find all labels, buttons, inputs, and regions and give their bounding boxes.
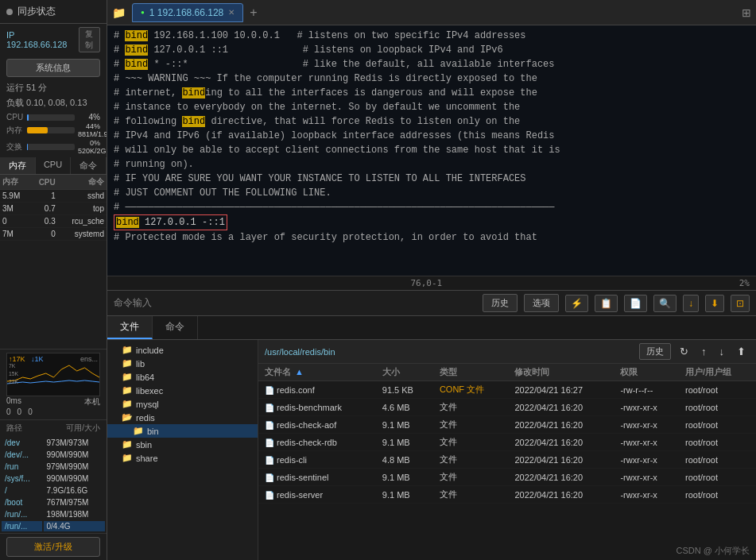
process-table: 内存 CPU 命令 5.9M1sshd3M0.7top00.3rcu_sche7… xyxy=(0,175,107,349)
terminal-line: # ~~~ WARNING ~~~ If the computer runnin… xyxy=(114,71,750,86)
file-type: 文件 xyxy=(433,451,509,469)
tab-cpu[interactable]: CPU xyxy=(36,157,72,174)
col-owner[interactable]: 用户/用户组 xyxy=(679,364,756,381)
disk-size: 7.9G/16.6G xyxy=(44,485,105,496)
file-modified: 2022/04/21 16:20 xyxy=(508,434,614,451)
fm-tree-item[interactable]: 📁sbin xyxy=(107,438,258,451)
fm-tree-item[interactable]: 📁libexec xyxy=(107,384,258,397)
fm-tree-item[interactable]: 📁lib64 xyxy=(107,370,258,384)
fm-more-icon[interactable]: ⬆ xyxy=(733,344,750,359)
col-perms[interactable]: 权限 xyxy=(614,364,679,381)
file-owner: root/root xyxy=(679,416,756,434)
tree-item-name: bin xyxy=(147,427,159,436)
history-button[interactable]: 历史 xyxy=(483,294,518,312)
grid-view-icon[interactable]: ⊞ xyxy=(742,6,751,19)
terminal-status-bar: 76,0-1 2% xyxy=(107,276,756,290)
fm-body: 📁include📁lib📁lib64📁libexec📁mysql📂redis📁b… xyxy=(107,340,756,560)
file-icon[interactable]: 📄 xyxy=(624,295,647,312)
fm-tree-item[interactable]: 📁mysql xyxy=(107,397,258,411)
add-tab-button[interactable]: + xyxy=(250,6,257,20)
upgrade-button[interactable]: 激活/升级 xyxy=(6,537,100,557)
resource-bars: CPU 4% 内存 44% 881M/1.9G 交换 0% 520K/2G xyxy=(0,110,107,157)
terminal-tab[interactable]: ● 1 192.168.66.128 ✕ xyxy=(132,3,243,22)
terminal-line: # JUST COMMENT OUT THE FOLLOWING LINE. xyxy=(114,186,750,200)
folder-icon: 📁 xyxy=(122,372,133,382)
file-row[interactable]: 📄 redis.conf 91.5 KB CONF 文件 2022/04/21 … xyxy=(258,381,756,399)
col-filename[interactable]: 文件名 ▲ xyxy=(258,364,376,381)
file-size: 4.6 MB xyxy=(376,399,433,416)
sidebar: 同步状态 IP 192.168.66.128 复制 系统信息 运行 51 分 负… xyxy=(0,0,107,560)
disk-path: /run/... xyxy=(2,509,42,519)
disk-size: 973M/973M xyxy=(44,438,105,448)
file-modified: 2022/04/21 16:27 xyxy=(508,381,614,399)
expand-icon[interactable]: ⊡ xyxy=(731,295,750,312)
fm-tree-item[interactable]: 📁share xyxy=(107,451,258,465)
fm-download-icon[interactable]: ↓ xyxy=(715,344,729,359)
fm-history-button[interactable]: 历史 xyxy=(639,343,671,360)
sysinfo-button[interactable]: 系统信息 xyxy=(6,59,100,77)
terminal-line: # bind 127.0.0.1 ::1 # listens on loopba… xyxy=(114,43,750,57)
disk-section: 路径 可用/大小 /dev973M/973M/dev/...990M/990M/… xyxy=(0,419,107,533)
file-name: 📄 redis-benchmark xyxy=(258,399,376,416)
terminal-line: # ──────────────────────────────────────… xyxy=(114,200,750,214)
proc-mem: 5.9M xyxy=(0,190,29,203)
file-modified: 2022/04/21 16:20 xyxy=(508,469,614,486)
terminal-input[interactable] xyxy=(158,298,476,309)
proc-cpu: 0.3 xyxy=(29,215,58,228)
disk-path: /run xyxy=(2,462,42,472)
copy-ip-button[interactable]: 复制 xyxy=(79,27,100,52)
down-icon[interactable]: ↓ xyxy=(683,295,699,312)
tab-close-icon[interactable]: ✕ xyxy=(228,8,235,17)
file-row[interactable]: 📄 redis-check-rdb 9.1 MB 文件 2022/04/21 1… xyxy=(258,434,756,451)
disk-size: 990M/990M xyxy=(44,473,105,484)
disk-row: /dev973M/973M xyxy=(2,438,105,448)
file-row[interactable]: 📄 redis-sentinel 9.1 MB 文件 2022/04/21 16… xyxy=(258,469,756,486)
tab-cmd[interactable]: 命令 xyxy=(71,157,107,174)
file-row[interactable]: 📄 redis-cli 4.8 MB 文件 2022/04/21 16:20 -… xyxy=(258,451,756,469)
mem-bar-track xyxy=(27,127,75,133)
net-iface-label: ens... xyxy=(80,355,98,363)
col-modified[interactable]: 修改时间 xyxy=(508,364,614,381)
tree-item-name: share xyxy=(136,454,158,463)
fm-refresh-icon[interactable]: ↻ xyxy=(676,344,692,359)
col-size[interactable]: 大小 xyxy=(376,364,433,381)
latency-val3: 0 xyxy=(28,407,33,416)
fm-tree-item[interactable]: 📁bin xyxy=(107,424,258,438)
tree-item-name: redis xyxy=(136,413,155,423)
tab-mem[interactable]: 内存 xyxy=(0,157,36,174)
swap-bar-row: 交换 0% 520K/2G xyxy=(6,139,100,155)
lightning-icon[interactable]: ⚡ xyxy=(565,295,588,312)
file-row[interactable]: 📄 redis-benchmark 4.6 MB 文件 2022/04/21 1… xyxy=(258,399,756,416)
disk-row: /run/...198M/198M xyxy=(2,509,105,519)
cpu-label: CPU xyxy=(6,113,24,122)
search-icon[interactable]: 🔍 xyxy=(653,295,677,312)
fm-main: /usr/local/redis/bin 历史 ↻ ↑ ↓ ⬆ 文件名 ▲ 大小… xyxy=(258,340,756,560)
file-row[interactable]: 📄 redis-check-aof 9.1 MB 文件 2022/04/21 1… xyxy=(258,416,756,434)
proc-col-mem: 内存 xyxy=(0,175,29,190)
fm-tree-item[interactable]: 📁include xyxy=(107,343,258,357)
terminal-line: # bind * -::* # like the default, all av… xyxy=(114,57,750,71)
tree-item-name: sbin xyxy=(136,440,152,450)
col-type[interactable]: 类型 xyxy=(433,364,509,381)
file-row[interactable]: 📄 redis-server 9.1 MB 文件 2022/04/21 16:2… xyxy=(258,486,756,504)
file-icon: 📄 xyxy=(265,456,274,465)
select-button[interactable]: 选项 xyxy=(524,294,559,312)
file-perms: -rwxr-xr-x xyxy=(614,399,679,416)
copy-icon[interactable]: 📋 xyxy=(595,295,618,312)
fm-tab-commands[interactable]: 命令 xyxy=(153,316,198,339)
fm-tree-item[interactable]: 📂redis xyxy=(107,411,258,424)
file-name: 📄 redis-check-aof xyxy=(258,416,376,434)
file-manager: 文件 命令 📁include📁lib📁lib64📁libexec📁mysql📂r… xyxy=(107,315,756,560)
fm-upload-icon[interactable]: ↑ xyxy=(697,344,711,359)
mem-bar-row: 内存 44% 881M/1.9G xyxy=(6,122,100,138)
file-owner: root/root xyxy=(679,399,756,416)
process-row: 3M0.7top xyxy=(0,203,107,215)
cpu-bar-track xyxy=(27,114,75,121)
sidebar-header: 同步状态 xyxy=(0,0,107,24)
fm-tab-files[interactable]: 文件 xyxy=(107,316,153,339)
fm-tree-item[interactable]: 📁lib xyxy=(107,357,258,370)
file-owner: root/root xyxy=(679,469,756,486)
file-icon: 📄 xyxy=(265,404,274,412)
disk-col-path: 路径 xyxy=(6,423,22,434)
scroll-down-icon[interactable]: ⬇ xyxy=(705,295,724,312)
